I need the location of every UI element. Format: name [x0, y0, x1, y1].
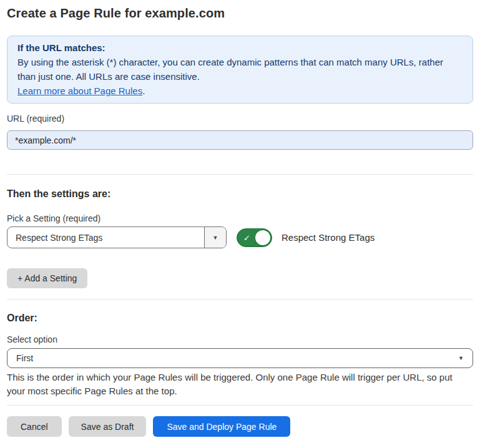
order-select-label: Select option [7, 334, 473, 345]
check-icon: ✓ [243, 233, 250, 241]
divider [7, 299, 473, 299]
divider [7, 405, 473, 406]
pick-setting-label: Pick a Setting (required) [7, 213, 473, 224]
respect-strong-etags-toggle[interactable]: ✓ [237, 228, 272, 247]
save-and-deploy-button[interactable]: Save and Deploy Page Rule [153, 416, 290, 437]
save-as-draft-button[interactable]: Save as Draft [69, 416, 147, 437]
setting-select-value: Respect Strong ETags [7, 227, 204, 248]
footer-actions: Cancel Save as Draft Save and Deploy Pag… [7, 416, 473, 437]
order-select[interactable]: First ▼ [7, 348, 473, 368]
add-setting-button[interactable]: + Add a Setting [7, 268, 87, 288]
order-section-heading: Order: [7, 312, 473, 324]
order-select-value: First [16, 353, 458, 363]
info-box-heading: If the URL matches: [17, 41, 463, 55]
order-help-text: This is the order in which your Page Rul… [7, 371, 473, 398]
divider [7, 174, 473, 175]
page-title: Create a Page Rule for example.com [7, 5, 473, 21]
info-box-link-line: Learn more about Page Rules. [17, 84, 463, 98]
settings-section-heading: Then the settings are: [7, 188, 473, 200]
info-box-body: By using the asterisk (*) character, you… [17, 55, 463, 84]
chevron-down-icon: ▼ [458, 355, 464, 361]
link-suffix: . [142, 85, 145, 96]
learn-more-link[interactable]: Learn more about Page Rules [17, 85, 142, 96]
url-match-info-box: If the URL matches: By using the asteris… [7, 36, 473, 104]
toggle-label: Respect Strong ETags [282, 232, 375, 243]
cancel-button[interactable]: Cancel [7, 416, 62, 437]
url-field-label: URL (required) [7, 113, 473, 124]
setting-row: Respect Strong ETags ▼ ✓ Respect Strong … [7, 226, 473, 248]
url-input[interactable] [7, 130, 473, 150]
setting-select[interactable]: Respect Strong ETags ▼ [7, 226, 227, 248]
chevron-down-icon[interactable]: ▼ [204, 227, 226, 248]
toggle-knob [255, 230, 270, 245]
